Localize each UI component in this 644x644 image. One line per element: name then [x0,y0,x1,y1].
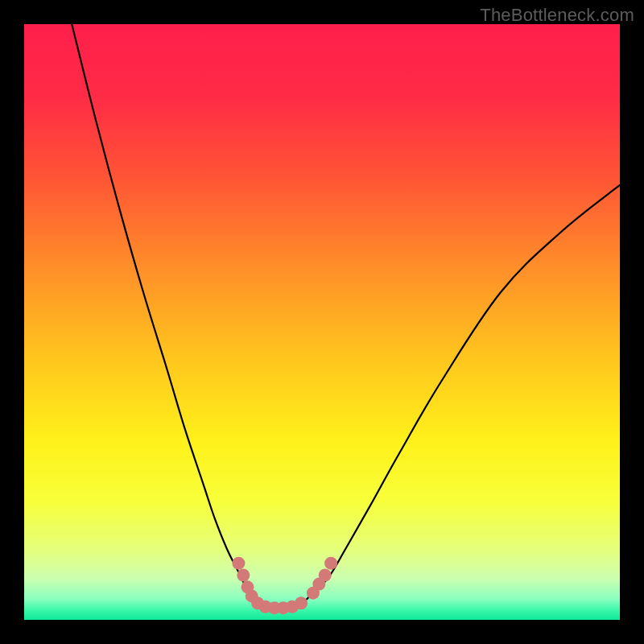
plot-area [24,24,620,620]
bottleneck-curve [72,24,620,609]
trough-markers [232,557,337,615]
trough-marker [237,569,250,582]
trough-marker [232,557,245,570]
trough-marker [295,597,308,609]
trough-marker [319,569,332,582]
curve-layer [24,24,620,620]
watermark-text: TheBottleneck.com [480,5,634,26]
chart-frame: TheBottleneck.com [0,0,644,644]
trough-marker [324,557,337,570]
